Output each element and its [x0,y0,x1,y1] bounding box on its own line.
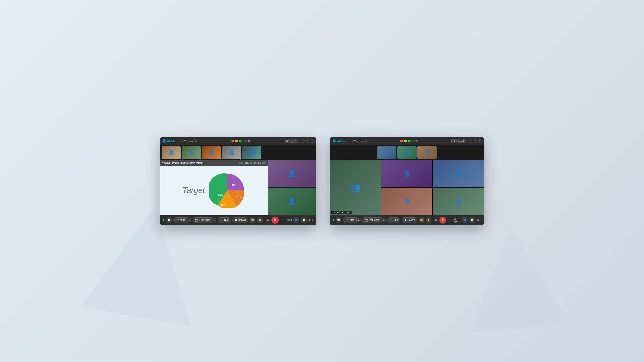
tl-red-left[interactable] [232,140,234,142]
participants-btn-left[interactable]: 👥 [293,217,299,223]
mute-btn-right[interactable]: 🎤 Mute [342,217,357,223]
side-person-icon-1: 👤 [288,170,296,177]
participant-thumb-3-left[interactable]: 👤 [202,146,221,159]
end-call-btn-right[interactable]: ✕ [440,217,446,224]
record-icon-left: ⏺ [235,219,238,222]
mic-icon-left: 🎤 [176,219,179,222]
zoom-controls: − 100% + ⤢ ⛶ ↗ [240,162,266,164]
time-right: 12:40 [412,140,418,142]
tl-green-right[interactable] [408,140,410,142]
side-person-bg-2: 👤 [268,188,316,215]
chat-panel-btn-right[interactable]: 💬 [469,217,474,223]
layout-btn-right[interactable]: ⊞ Layout [452,139,466,143]
overflow-btn-left[interactable]: ••• [308,218,314,222]
more-btn-right[interactable]: ••• [433,218,438,222]
video-btn-left[interactable]: 📷 Stop video [193,217,212,223]
zoom-fullscreen-btn[interactable]: ⛶ [258,162,261,164]
participant-thumb-5-left[interactable]: 👤 [242,146,262,159]
zoom-fit-btn[interactable]: ⤢ [253,162,257,164]
pie-segment-purple [227,174,244,190]
participant-thumb-4-left[interactable]: 👤 [222,146,241,159]
meeting-info-btn-left[interactable]: ⓘ Meeting info [181,139,198,143]
mute-label-right: Mute [349,219,354,221]
tl-yellow-right[interactable] [404,140,407,142]
record-btn-right[interactable]: ⏺ Record [402,217,417,223]
record-icon-right: ⏺ [404,219,407,222]
video-btn-right[interactable]: 📷 Stop video [362,217,382,223]
more-btn-left[interactable]: ••• [264,218,270,222]
video-dropdown-right[interactable]: ▾ [382,218,386,222]
right-window: Webex • ⓘ Meeting info 12:40 ⊞ [330,137,484,225]
chat-btn-right[interactable]: 💬 [336,217,341,223]
participant-thumb-2-right[interactable]: 👤 [397,146,416,159]
mute-dropdown-left[interactable]: ▾ [188,218,192,222]
video-dropdown-left[interactable]: ▾ [212,218,216,222]
side-videos-left: 👤 👤 [268,160,316,215]
share-btn-right[interactable]: ↑ Share [387,217,400,223]
tl-yellow-left[interactable] [235,140,238,142]
close-btn-left[interactable]: × [310,139,314,143]
side-video-1: 👤 [268,160,316,187]
mute-btn-left[interactable]: 🎤 Mute [173,217,188,223]
record-btn-left[interactable]: ⏺ Record [232,217,248,223]
share-btn-left[interactable]: ↑ Share [218,217,231,223]
video-icon-left: 📷 [195,219,198,222]
activity-indicator-left [162,219,164,221]
minimize-btn-right[interactable]: − [469,139,472,143]
apps-icon-left: ⋮⋮ [281,219,286,221]
close-btn-right[interactable]: × [478,139,482,143]
layout-label-right: Layout [456,140,464,142]
tile-bg-3: 👤 [433,160,484,187]
zoom-minus-btn[interactable]: − [240,162,242,164]
minimize-btn-left[interactable]: − [302,139,305,143]
grid-tile-3: 👤 [433,160,484,187]
meeting-info-label-left: Meeting info [184,140,198,142]
video-label-right: Stop video [369,219,379,221]
emoji-btn-right[interactable]: 😊 [419,217,424,223]
participants-btn-right[interactable]: 👥 [462,217,468,223]
chat-panel-btn-left[interactable]: 💬 [300,217,307,223]
zoom-collapse-btn[interactable]: ↗ [262,162,266,164]
traffic-lights-left [232,140,242,142]
emoji-btn-left[interactable]: 😊 [249,217,256,223]
windows-container: Webex • ⓘ Meeting info 12:40 ⊞ [160,137,484,225]
control-bar-left: 💬 🎤 Mute ▾ 📷 Stop video ▾ ↑ Share [160,215,316,225]
activity-indicator-right [332,219,334,221]
mute-group-right: 🎤 Mute ▾ [342,217,361,223]
apps-btn-left[interactable]: ⋮⋮ Apps [281,219,292,221]
shared-content-header: Viewing Giacomo Drago's shared content −… [160,160,268,166]
participant-thumb-3-right[interactable]: 👤 [418,146,437,159]
webex-logo-right: Webex [332,139,345,143]
mute-group-left: 🎤 Mute ▾ [173,217,192,223]
reaction-btn-left[interactable]: ✋ [257,217,263,223]
meeting-info-btn-right[interactable]: ⓘ Meeting info [350,139,368,143]
chat-btn-left[interactable]: 💬 [166,217,172,223]
apps-btn-right[interactable]: ⋮⋮ 85 Apps [448,218,461,223]
maximize-btn-left[interactable]: □ [306,139,309,143]
participant-thumb-2-left[interactable]: 👤 [182,146,201,159]
participant-strip-left: 👤 👤 👤 👤 👤 [160,145,316,160]
participant-thumb-1-left[interactable]: 👤 [162,146,181,159]
webex-logo-left: Webex [162,139,175,143]
layout-btn-left[interactable]: ⊞ Layout [284,139,298,143]
shared-content-area: Viewing Giacomo Drago's shared content −… [160,160,268,215]
pie-label-orange: 12% [237,196,242,199]
tile-person-icon-4: 👤 [404,198,410,204]
maximize-btn-right[interactable]: □ [474,139,477,143]
participant-thumb-1-right[interactable]: 👤 [377,146,396,159]
person-icon-2-right: 👤 [404,150,410,156]
overflow-btn-right[interactable]: ••• [476,218,482,222]
tl-red-right[interactable] [400,140,403,142]
title-bar-right-section-r: ⊞ Layout − □ × [452,139,482,143]
end-call-btn-left[interactable]: ✕ [272,217,278,224]
tl-green-left[interactable] [239,140,242,142]
share-label-right: Share [392,219,398,221]
tile-person-icon-3: 👤 [455,170,462,177]
info-icon-left: ⓘ [181,139,183,143]
reaction-btn-right[interactable]: ✋ [426,217,431,223]
video-grid-right: 👥 SHN7-16-GREAT WALL 👤 👤 [330,160,484,215]
record-label-left: Record [238,219,246,221]
zoom-plus-btn[interactable]: + [250,162,252,164]
mute-dropdown-right[interactable]: ▾ [357,218,361,222]
pie-chart-svg: 41% 12% 13% 34% [209,173,245,208]
